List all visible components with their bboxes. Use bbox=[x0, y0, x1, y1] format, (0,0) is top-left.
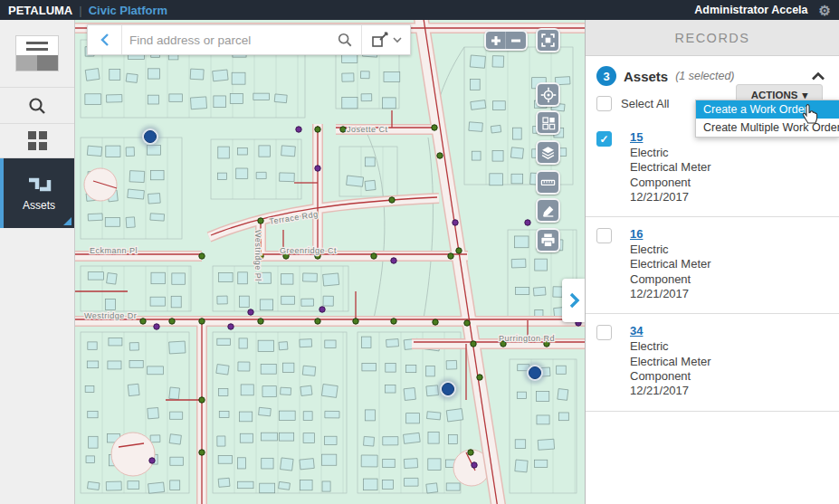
full-extent-button[interactable] bbox=[536, 28, 560, 52]
record-category: Component bbox=[630, 272, 711, 287]
draw-button[interactable] bbox=[536, 198, 560, 223]
record-type: Electric bbox=[630, 242, 711, 257]
measure-button[interactable] bbox=[536, 170, 560, 195]
record-date: 12/21/2017 bbox=[630, 190, 711, 204]
select-all-label: Select All bbox=[621, 97, 669, 110]
fullscreen-icon bbox=[540, 33, 556, 48]
draw-select-icon bbox=[370, 30, 390, 50]
left-sidebar: Assets bbox=[0, 20, 75, 504]
grid-icon bbox=[28, 131, 47, 150]
asset-marker[interactable] bbox=[437, 378, 459, 400]
expand-panel-tab[interactable] bbox=[562, 279, 585, 322]
record-category: Component bbox=[630, 369, 711, 384]
search-icon bbox=[337, 32, 353, 48]
street-label: Josette Ct bbox=[347, 125, 388, 134]
plus-icon bbox=[490, 34, 502, 47]
record-category: Component bbox=[630, 176, 711, 190]
asset-record: 16 Electric Electrical Meter Component 1… bbox=[586, 217, 839, 314]
street-label: Westridge Pl bbox=[253, 230, 262, 281]
basemap-button[interactable] bbox=[536, 110, 560, 135]
corner-triangle bbox=[63, 217, 72, 225]
record-checkbox[interactable]: ✓ bbox=[596, 131, 612, 147]
record-id-link[interactable]: 34 bbox=[630, 324, 643, 338]
zoom-in-button[interactable] bbox=[486, 32, 506, 49]
count-badge: 3 bbox=[596, 66, 616, 86]
asset-marker[interactable] bbox=[524, 362, 546, 384]
record-date: 12/21/2017 bbox=[630, 384, 711, 398]
check-icon: ✓ bbox=[599, 134, 608, 145]
basemap-svg: Josette Ct Terrace Rdg Westridge Pl Eckm… bbox=[75, 20, 585, 504]
record-type: Electric bbox=[630, 146, 711, 160]
sidebar-item-assets[interactable]: Assets bbox=[0, 158, 74, 228]
menu-item-create-work-order[interactable]: Create a Work Order bbox=[696, 100, 839, 119]
zoom-out-button[interactable] bbox=[506, 32, 526, 49]
sidebar-item-search[interactable] bbox=[0, 88, 74, 124]
asset-record: 34 Electric Electrical Meter Component 1… bbox=[586, 314, 839, 411]
record-id-link[interactable]: 15 bbox=[630, 130, 643, 144]
select-all-checkbox[interactable] bbox=[596, 96, 612, 111]
records-panel: RECORDS 3 Assets (1 selected) Select All… bbox=[585, 20, 839, 504]
asset-marker[interactable] bbox=[139, 126, 161, 147]
gear-icon[interactable]: ⚙ bbox=[819, 4, 831, 17]
search-icon bbox=[27, 96, 47, 116]
chevron-right-icon bbox=[567, 290, 581, 311]
sidebar-item-label: Assets bbox=[23, 199, 55, 212]
record-date: 12/21/2017 bbox=[630, 287, 711, 301]
basemap-gallery-icon bbox=[16, 36, 58, 71]
pipes-icon bbox=[26, 175, 52, 195]
chevron-left-icon bbox=[97, 31, 113, 49]
street-label: Greenridge Ct bbox=[280, 246, 337, 255]
ruler-icon bbox=[540, 175, 556, 190]
selected-note: (1 selected) bbox=[675, 70, 734, 82]
record-checkbox[interactable] bbox=[596, 325, 612, 340]
locate-button[interactable] bbox=[536, 82, 560, 107]
sidebar-item-basemap[interactable] bbox=[0, 20, 74, 88]
layers-button[interactable] bbox=[536, 140, 560, 165]
minus-icon bbox=[510, 34, 522, 47]
zoom-control bbox=[484, 30, 528, 51]
chevron-down-icon bbox=[393, 36, 402, 43]
record-subtype: Electrical Meter bbox=[630, 257, 711, 271]
top-bar: PETALUMA | Civic Platform Administrator … bbox=[0, 0, 839, 20]
select-tool-dropdown[interactable] bbox=[361, 25, 410, 54]
panel-title: RECORDS bbox=[586, 20, 839, 56]
pencil-icon bbox=[541, 204, 556, 218]
street-label: Eckmann Pl bbox=[90, 246, 138, 255]
record-subtype: Electrical Meter bbox=[630, 355, 711, 369]
record-type: Electric bbox=[630, 339, 711, 354]
print-button[interactable] bbox=[536, 228, 560, 252]
record-id-link[interactable]: 16 bbox=[630, 227, 643, 241]
map-search-bar bbox=[87, 24, 411, 55]
record-subtype: Electrical Meter bbox=[630, 160, 711, 175]
section-title: Assets bbox=[624, 69, 668, 84]
search-input[interactable] bbox=[122, 33, 329, 47]
collapse-section-button[interactable] bbox=[812, 72, 825, 81]
actions-menu: Create a Work Order Create Multiple Work… bbox=[695, 100, 839, 138]
product-name: Civic Platform bbox=[89, 4, 167, 17]
record-checkbox[interactable] bbox=[596, 228, 612, 243]
collapse-search-button[interactable] bbox=[88, 25, 122, 54]
brand-divider: | bbox=[79, 4, 81, 17]
user-name: Administrator Accela bbox=[694, 4, 807, 16]
search-submit-button[interactable] bbox=[329, 32, 361, 48]
sidebar-item-apps[interactable] bbox=[0, 124, 74, 158]
basemap-grid-icon bbox=[541, 116, 556, 130]
menu-item-create-multiple-work-orders[interactable]: Create Multiple Work Orders bbox=[696, 119, 839, 137]
street-label: Purrington Rd bbox=[499, 334, 555, 343]
crosshair-icon bbox=[540, 87, 557, 103]
brand-name: PETALUMA bbox=[8, 4, 72, 17]
printer-icon bbox=[540, 233, 556, 248]
layers-icon bbox=[540, 145, 556, 160]
map-canvas[interactable]: Josette Ct Terrace Rdg Westridge Pl Eckm… bbox=[75, 20, 585, 504]
chevron-up-icon bbox=[812, 72, 825, 81]
street-label: Westridge Dr bbox=[84, 311, 137, 320]
